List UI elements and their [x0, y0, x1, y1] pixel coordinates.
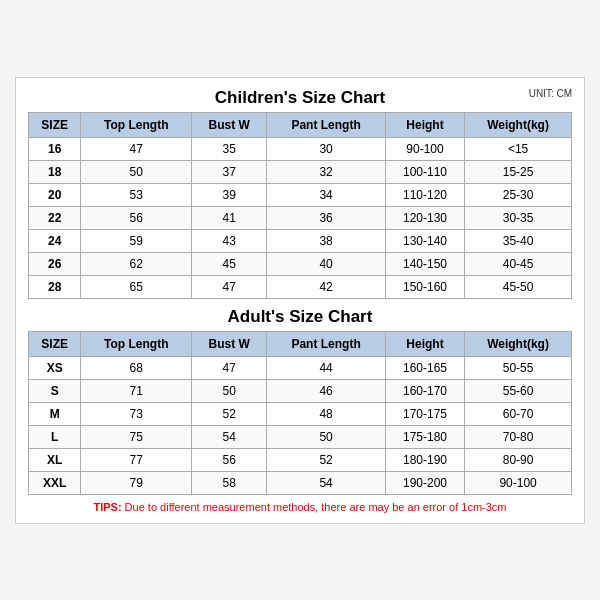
table-cell: 70-80 — [465, 425, 572, 448]
tips-row: TIPS: Due to different measurement metho… — [28, 501, 572, 513]
table-cell: 73 — [81, 402, 192, 425]
children-col-size: SIZE — [29, 112, 81, 137]
table-cell: 71 — [81, 379, 192, 402]
adults-col-bust: Bust W — [192, 331, 267, 356]
table-cell: 47 — [192, 356, 267, 379]
table-cell: 34 — [267, 183, 386, 206]
table-cell: 68 — [81, 356, 192, 379]
table-cell: 40-45 — [465, 252, 572, 275]
table-cell: 54 — [267, 471, 386, 494]
table-cell: 15-25 — [465, 160, 572, 183]
table-row: 20533934110-12025-30 — [29, 183, 572, 206]
table-cell: 110-120 — [385, 183, 464, 206]
table-cell: 30 — [267, 137, 386, 160]
children-table: SIZE Top Length Bust W Pant Length Heigh… — [28, 112, 572, 299]
children-col-bust: Bust W — [192, 112, 267, 137]
table-cell: 50-55 — [465, 356, 572, 379]
table-cell: XL — [29, 448, 81, 471]
table-cell: 50 — [192, 379, 267, 402]
children-col-top-length: Top Length — [81, 112, 192, 137]
table-cell: 38 — [267, 229, 386, 252]
table-cell: 160-170 — [385, 379, 464, 402]
table-cell: 26 — [29, 252, 81, 275]
table-cell: 45-50 — [465, 275, 572, 298]
adults-title-row: Adult's Size Chart — [28, 307, 572, 327]
table-cell: 175-180 — [385, 425, 464, 448]
table-cell: 180-190 — [385, 448, 464, 471]
table-cell: 100-110 — [385, 160, 464, 183]
table-cell: 44 — [267, 356, 386, 379]
table-cell: S — [29, 379, 81, 402]
table-cell: 41 — [192, 206, 267, 229]
table-cell: 56 — [192, 448, 267, 471]
table-cell: 43 — [192, 229, 267, 252]
table-cell: 54 — [192, 425, 267, 448]
table-cell: 35 — [192, 137, 267, 160]
table-cell: <15 — [465, 137, 572, 160]
table-cell: 39 — [192, 183, 267, 206]
table-cell: 35-40 — [465, 229, 572, 252]
table-row: 26624540140-15040-45 — [29, 252, 572, 275]
table-cell: 65 — [81, 275, 192, 298]
table-row: 24594338130-14035-40 — [29, 229, 572, 252]
table-cell: 140-150 — [385, 252, 464, 275]
table-row: XL775652180-19080-90 — [29, 448, 572, 471]
adults-col-size: SIZE — [29, 331, 81, 356]
children-col-pant: Pant Length — [267, 112, 386, 137]
adults-title: Adult's Size Chart — [228, 307, 373, 327]
adults-table: SIZE Top Length Bust W Pant Length Heigh… — [28, 331, 572, 495]
table-cell: 37 — [192, 160, 267, 183]
tips-text: Due to different measurement methods, th… — [122, 501, 507, 513]
table-cell: 50 — [267, 425, 386, 448]
table-cell: 62 — [81, 252, 192, 275]
table-cell: 150-160 — [385, 275, 464, 298]
table-cell: M — [29, 402, 81, 425]
table-cell: 52 — [267, 448, 386, 471]
adults-col-weight: Weight(kg) — [465, 331, 572, 356]
table-cell: 56 — [81, 206, 192, 229]
table-cell: 36 — [267, 206, 386, 229]
children-col-weight: Weight(kg) — [465, 112, 572, 137]
table-cell: 130-140 — [385, 229, 464, 252]
children-title-row: Children's Size Chart UNIT: CM — [28, 88, 572, 108]
table-cell: 170-175 — [385, 402, 464, 425]
table-cell: 25-30 — [465, 183, 572, 206]
table-row: S715046160-17055-60 — [29, 379, 572, 402]
table-cell: 30-35 — [465, 206, 572, 229]
table-cell: 18 — [29, 160, 81, 183]
table-cell: 16 — [29, 137, 81, 160]
table-row: 1647353090-100<15 — [29, 137, 572, 160]
table-cell: 60-70 — [465, 402, 572, 425]
children-title: Children's Size Chart — [215, 88, 385, 108]
table-cell: 120-130 — [385, 206, 464, 229]
children-col-height: Height — [385, 112, 464, 137]
children-header-row: SIZE Top Length Bust W Pant Length Heigh… — [29, 112, 572, 137]
chart-container: Children's Size Chart UNIT: CM SIZE Top … — [15, 77, 585, 524]
table-cell: 59 — [81, 229, 192, 252]
table-cell: 42 — [267, 275, 386, 298]
table-cell: 190-200 — [385, 471, 464, 494]
table-row: XS684744160-16550-55 — [29, 356, 572, 379]
table-cell: L — [29, 425, 81, 448]
adults-header-row: SIZE Top Length Bust W Pant Length Heigh… — [29, 331, 572, 356]
table-cell: 28 — [29, 275, 81, 298]
table-cell: 77 — [81, 448, 192, 471]
unit-label: UNIT: CM — [529, 88, 572, 99]
table-row: 28654742150-16045-50 — [29, 275, 572, 298]
table-cell: 53 — [81, 183, 192, 206]
table-cell: 160-165 — [385, 356, 464, 379]
table-cell: 75 — [81, 425, 192, 448]
table-cell: 80-90 — [465, 448, 572, 471]
table-cell: 50 — [81, 160, 192, 183]
table-cell: 55-60 — [465, 379, 572, 402]
table-cell: 20 — [29, 183, 81, 206]
table-cell: 24 — [29, 229, 81, 252]
table-cell: 90-100 — [385, 137, 464, 160]
table-cell: 47 — [81, 137, 192, 160]
table-cell: 90-100 — [465, 471, 572, 494]
table-cell: 40 — [267, 252, 386, 275]
tips-label: TIPS: — [93, 501, 121, 513]
table-cell: 79 — [81, 471, 192, 494]
table-row: L755450175-18070-80 — [29, 425, 572, 448]
adults-col-top-length: Top Length — [81, 331, 192, 356]
